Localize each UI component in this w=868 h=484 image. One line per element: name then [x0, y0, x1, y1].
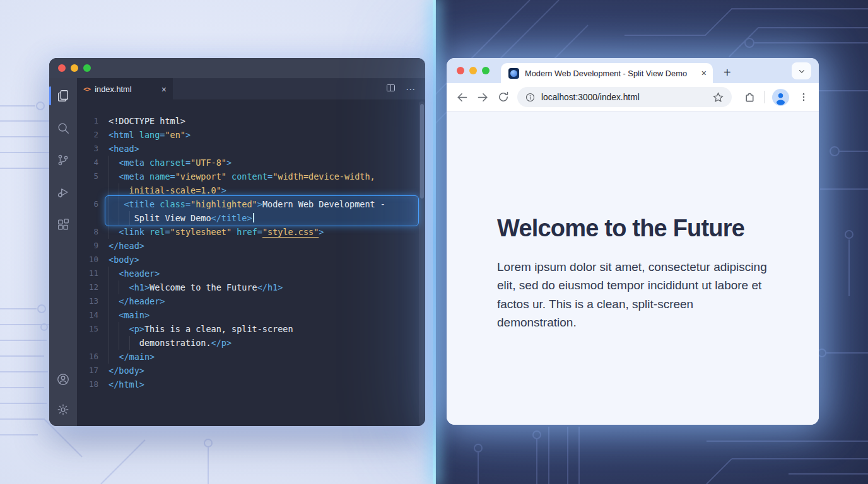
person-icon: [772, 89, 789, 106]
minimize-window-button[interactable]: [469, 67, 477, 74]
tab-search-button[interactable]: [792, 62, 811, 79]
code-line: 8<link rel="stylesheet" href="style.css"…: [77, 225, 425, 239]
browser-toolbar: localhost:3000/index.html: [447, 83, 819, 112]
split-screen-scene: <> index.html × ⋯ 1<!DOCTYPE html>2<html…: [0, 0, 868, 484]
reload-icon[interactable]: [496, 90, 510, 104]
source-control-icon[interactable]: [56, 153, 71, 168]
tab-close-icon[interactable]: ×: [701, 69, 707, 78]
code-editor-window: <> index.html × ⋯ 1<!DOCTYPE html>2<html…: [49, 58, 425, 426]
editor-code-area[interactable]: 1<!DOCTYPE html>2<html lang="en">3<head>…: [77, 100, 425, 426]
profile-avatar[interactable]: [772, 89, 789, 106]
code-line: 5<meta name="viewport" content="width=de…: [77, 170, 425, 183]
close-window-button[interactable]: [58, 64, 66, 72]
chevron-down-icon: [797, 67, 806, 76]
html-file-icon: <>: [83, 85, 90, 93]
code-line: 11<header>: [77, 267, 425, 280]
browser-tab-title: Modern Web Development - Split View Demo: [525, 69, 696, 78]
url-text[interactable]: localhost:3000/index.html: [541, 93, 707, 102]
explorer-icon[interactable]: [56, 88, 71, 103]
search-icon[interactable]: [56, 120, 71, 135]
settings-gear-icon[interactable]: [56, 402, 71, 417]
forward-icon[interactable]: [476, 90, 490, 104]
tab-close-icon[interactable]: ×: [161, 85, 167, 94]
code-line: 13</header>: [77, 294, 425, 308]
code-line: 15<p>This is a clean, split-screen: [77, 322, 425, 336]
rendered-web-page: Welcome to the Future Lorem ipsum dolor …: [447, 112, 819, 425]
code-line: 14<main>: [77, 308, 425, 322]
zoom-window-button[interactable]: [482, 67, 490, 74]
editor-tab-strip: <> index.html × ⋯: [77, 78, 425, 100]
split-divider-glow: [433, 0, 436, 484]
zoom-window-button[interactable]: [83, 64, 91, 72]
code-line: 1<!DOCTYPE html>: [77, 114, 425, 128]
activity-bar-bottom: [56, 372, 71, 417]
back-icon[interactable]: [455, 90, 469, 104]
code-line: 3<head>: [77, 142, 425, 156]
editor-tab-actions: ⋯: [385, 78, 425, 100]
new-tab-button[interactable]: +: [724, 66, 731, 79]
code-line: 16</main>: [77, 350, 425, 364]
code-line: 12<h1>Welcome to the Future</h1>: [77, 280, 425, 294]
toolbar-right-tools: [742, 89, 811, 106]
code-line: 10<body>: [77, 253, 425, 267]
site-info-icon[interactable]: [525, 92, 536, 103]
editor-tab-index-html[interactable]: <> index.html ×: [77, 78, 173, 100]
toolbar-divider: [764, 91, 765, 103]
minimize-window-button[interactable]: [71, 64, 78, 72]
code-line: 17</body>: [77, 364, 425, 377]
editor-body: <> index.html × ⋯ 1<!DOCTYPE html>2<html…: [49, 78, 425, 426]
browser-tab-strip: Modern Web Development - Split View Demo…: [447, 58, 819, 83]
account-icon[interactable]: [56, 372, 71, 387]
run-and-debug-icon[interactable]: [56, 185, 71, 200]
code-lines: 1<!DOCTYPE html>2<html lang="en">3<head>…: [77, 100, 425, 426]
editor-titlebar: [49, 58, 425, 78]
close-window-button[interactable]: [457, 67, 464, 74]
code-line: 9</head>: [77, 239, 425, 253]
browser-window-controls: [457, 67, 490, 74]
browser-window: Modern Web Development - Split View Demo…: [447, 58, 819, 425]
address-bar[interactable]: localhost:3000/index.html: [517, 87, 732, 107]
editor-main: <> index.html × ⋯ 1<!DOCTYPE html>2<html…: [77, 78, 425, 426]
page-heading: Welcome to the Future: [497, 215, 819, 242]
browser-active-tab[interactable]: Modern Web Development - Split View Demo…: [501, 63, 713, 83]
code-line: demonstration.</p>: [77, 336, 425, 350]
activity-bar: [49, 78, 77, 426]
more-actions-icon[interactable]: ⋯: [406, 84, 416, 95]
code-line: 6<title class="highlighted">Modern Web D…: [77, 197, 425, 211]
bookmark-star-icon[interactable]: [712, 91, 724, 103]
tab-favicon: [508, 68, 519, 79]
extensions-icon[interactable]: [56, 217, 71, 232]
kebab-menu-icon[interactable]: [797, 90, 811, 104]
extensions-icon[interactable]: [742, 90, 756, 104]
code-line: 2<html lang="en">: [77, 128, 425, 142]
page-paragraph: Lorem ipsum dolor sit amet, consectetur …: [497, 258, 773, 331]
code-line: Split View Demo</title>: [77, 211, 425, 225]
code-line: 18</html>: [77, 377, 425, 391]
code-line: initial-scale=1.0">: [77, 183, 425, 197]
editor-tab-label: index.html: [95, 84, 131, 94]
split-editor-icon[interactable]: [385, 83, 396, 96]
code-line: 4<meta charset="UTF-8">: [77, 156, 425, 170]
